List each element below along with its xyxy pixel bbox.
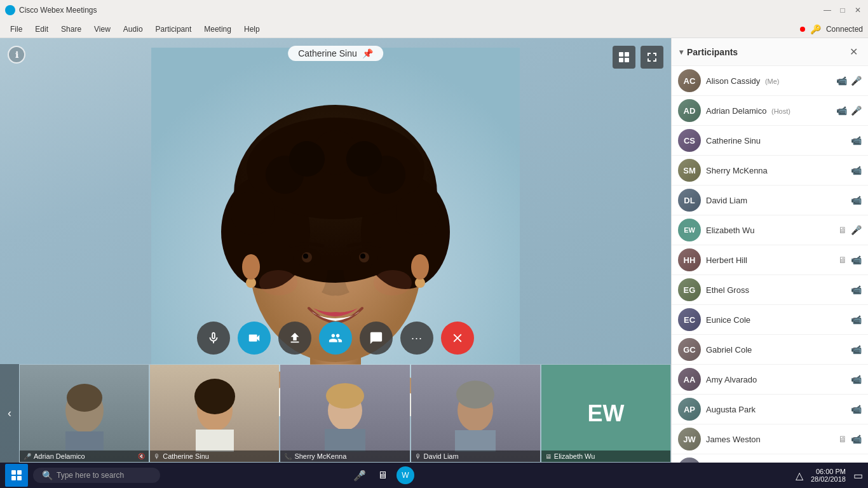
participant-name-james-weston: James Weston bbox=[706, 435, 833, 444]
svg-rect-40 bbox=[325, 429, 365, 452]
fullscreen-button[interactable] bbox=[641, 46, 663, 69]
menu-meeting[interactable]: Meeting bbox=[199, 24, 236, 35]
svg-rect-37 bbox=[196, 430, 234, 452]
menu-edit[interactable]: Edit bbox=[30, 24, 53, 35]
mute-button[interactable] bbox=[197, 322, 230, 355]
info-button[interactable]: ℹ bbox=[8, 46, 25, 64]
participant-item-alison-cassidy[interactable]: AC Alison Cassidy (Me) 📹 🎤 bbox=[672, 66, 868, 96]
menu-view[interactable]: View bbox=[89, 24, 116, 35]
menu-help[interactable]: Help bbox=[239, 24, 265, 35]
svg-point-26 bbox=[242, 254, 260, 280]
avatar-sherry-mckenna: SM bbox=[678, 159, 701, 182]
taskbar-search-area[interactable]: 🔍 Type here to search bbox=[33, 468, 160, 483]
svg-point-27 bbox=[411, 254, 429, 280]
participant-item-ethel-gross[interactable]: EG Ethel Gross 📹 bbox=[672, 275, 868, 305]
participant-name-david-liam: David Liam bbox=[706, 196, 846, 205]
participant-info-david-liam: David Liam bbox=[706, 196, 846, 205]
thumb-mic-icon-1: 🎤 bbox=[24, 453, 31, 460]
participant-item-eunice-cole[interactable]: EC Eunice Cole 📹 bbox=[672, 305, 868, 335]
control-bar: ··· bbox=[197, 322, 474, 355]
taskbar-date-text: 28/02/2018 bbox=[811, 475, 846, 483]
participants-button[interactable] bbox=[319, 322, 352, 355]
end-call-button[interactable] bbox=[441, 322, 474, 355]
taskbar-right: △ 06:00 PM 28/02/2018 ▭ bbox=[796, 468, 863, 483]
thumbnail-label-1: 🎤 Adrian Delamico 🔇 bbox=[20, 451, 149, 462]
lock-icon: 🔑 bbox=[810, 24, 821, 34]
participants-panel: ▾ Participants ✕ AC Alison Cassidy (Me) … bbox=[671, 38, 868, 463]
participant-item-elizabeth-wu[interactable]: EW Elizabeth Wu 🖥 🎤 bbox=[672, 215, 868, 245]
ew-initials: EW bbox=[587, 400, 624, 427]
participant-item-james-weston[interactable]: JW James Weston 🖥 📹 bbox=[672, 424, 868, 454]
participant-controls-augusta-park: 📹 bbox=[851, 404, 862, 414]
share-button[interactable] bbox=[278, 322, 311, 355]
maximize-button[interactable]: □ bbox=[837, 5, 848, 15]
thumbnail-prev[interactable]: ‹ bbox=[0, 364, 19, 463]
chat-button[interactable] bbox=[360, 322, 393, 355]
app-title-text: Cisco Webex Meetings bbox=[19, 6, 97, 15]
thumbnail-2[interactable]: 🎙 Catherine Sinu bbox=[149, 364, 280, 463]
layout-button[interactable] bbox=[613, 46, 635, 69]
thumbnail-video-3 bbox=[280, 365, 409, 462]
menu-participant[interactable]: Participant bbox=[151, 24, 197, 35]
participant-item-gabriel-cole[interactable]: GC Gabriel Cole 📹 bbox=[672, 335, 868, 365]
thumbnail-label-5: 🖥 Elizabeth Wu bbox=[541, 451, 670, 462]
chevron-icon: ▾ bbox=[679, 48, 683, 57]
participant-name-gabriel-cole: Gabriel Cole bbox=[706, 345, 846, 355]
menu-right: 🔑 Connected bbox=[800, 24, 863, 34]
video-icon-catherine: 📹 bbox=[851, 135, 862, 146]
participant-name-adrian-delamico: Adrian Delamico (Host) bbox=[706, 106, 831, 116]
thumb-mic-icon-4: 🎙 bbox=[415, 453, 421, 460]
participant-item-herbert-hill[interactable]: HH Herbert Hill 🖥 📹 bbox=[672, 245, 868, 275]
thumbnail-4[interactable]: 🎙 David Liam bbox=[410, 364, 541, 463]
minimize-button[interactable]: — bbox=[822, 5, 832, 15]
video-icon-david: 📹 bbox=[851, 195, 862, 205]
participant-name-sherry-mckenna: Sherry McKenna bbox=[706, 166, 846, 175]
video-icon-amy: 📹 bbox=[851, 374, 862, 384]
svg-point-15 bbox=[346, 141, 382, 177]
start-button[interactable] bbox=[5, 464, 28, 487]
close-button[interactable]: ✕ bbox=[853, 5, 863, 15]
menu-audio[interactable]: Audio bbox=[118, 24, 148, 35]
panel-header: ▾ Participants ✕ bbox=[672, 38, 868, 66]
participant-item-david-liam[interactable]: DL David Liam 📹 bbox=[672, 186, 868, 215]
avatar-gabriel-cole: GC bbox=[678, 338, 701, 361]
avatar-james-weston: JW bbox=[678, 428, 701, 451]
participant-info-amy-alvarado: Amy Alvarado bbox=[706, 375, 846, 384]
taskbar-webex-button[interactable]: W bbox=[397, 466, 414, 484]
more-button[interactable]: ··· bbox=[400, 322, 433, 355]
participant-item-adrian-delamico[interactable]: AD Adrian Delamico (Host) 📹 🎤 bbox=[672, 96, 868, 126]
participant-item-amy-alvarado[interactable]: AA Amy Alvarado 📹 bbox=[672, 365, 868, 395]
participant-item-patrick-cooper[interactable]: PC Patrick Cooper 📹 🎤 bbox=[672, 454, 868, 463]
video-button[interactable] bbox=[238, 322, 271, 355]
participant-item-augusta-park[interactable]: AP Augusta Park 📹 bbox=[672, 395, 868, 424]
screen-icon-james: 🖥 bbox=[838, 434, 847, 444]
participant-info-catherine-sinu: Catherine Sinu bbox=[706, 136, 846, 146]
participant-item-catherine-sinu[interactable]: CS Catherine Sinu 📹 bbox=[672, 126, 868, 156]
menu-share[interactable]: Share bbox=[56, 24, 86, 35]
thumbnail-5[interactable]: EW 🖥 Elizabeth Wu bbox=[541, 364, 671, 463]
thumbnail-3[interactable]: 📞 Sherry McKenna bbox=[280, 364, 410, 463]
participant-controls-alison-cassidy: 📹 🎤 bbox=[836, 76, 862, 86]
cisco-logo-icon bbox=[5, 5, 15, 15]
thumb-name-4: David Liam bbox=[424, 452, 459, 460]
taskbar-notification-icon[interactable]: △ bbox=[796, 470, 803, 482]
taskbar-desktop-icon[interactable]: ▭ bbox=[853, 470, 863, 482]
participant-name-eunice-cole: Eunice Cole bbox=[706, 315, 846, 325]
video-icon-gabriel: 📹 bbox=[851, 344, 862, 355]
participant-info-augusta-park: Augusta Park bbox=[706, 405, 846, 414]
thumbnail-label-4: 🎙 David Liam bbox=[411, 451, 540, 462]
participant-name-amy-alvarado: Amy Alvarado bbox=[706, 375, 846, 384]
taskbar-display-icon[interactable]: 🖥 bbox=[374, 466, 391, 484]
thumbnail-1[interactable]: 🎤 Adrian Delamico 🔇 bbox=[19, 364, 149, 463]
participant-name-catherine-sinu: Catherine Sinu bbox=[706, 136, 846, 146]
video-icon-adrian: 📹 bbox=[836, 105, 847, 116]
taskbar-mic-icon[interactable]: 🎤 bbox=[351, 466, 369, 484]
avatar-david-liam: DL bbox=[678, 189, 701, 212]
participant-controls-david-liam: 📹 bbox=[851, 195, 862, 205]
avatar-adrian-delamico: AD bbox=[678, 99, 701, 122]
panel-close-button[interactable]: ✕ bbox=[847, 44, 860, 59]
pin-icon: 📌 bbox=[362, 48, 373, 58]
participant-item-sherry-mckenna[interactable]: SM Sherry McKenna 📹 bbox=[672, 156, 868, 186]
participant-controls-sherry-mckenna: 📹 bbox=[851, 165, 862, 175]
menu-file[interactable]: File bbox=[5, 24, 27, 35]
